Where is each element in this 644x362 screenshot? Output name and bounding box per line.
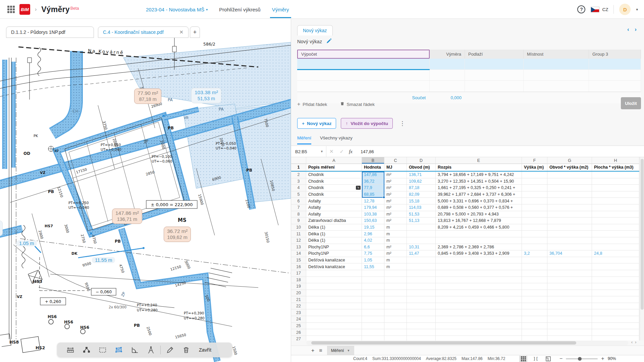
sheet-cell[interactable]: 114,03	[407, 204, 436, 211]
sheet-cell[interactable]	[592, 231, 639, 237]
zoom-slider[interactable]	[566, 358, 598, 359]
hscroll-arrows[interactable]: ‹ ›	[631, 340, 637, 345]
sheet-cell[interactable]	[436, 270, 522, 277]
sheet-cell[interactable]	[547, 270, 592, 277]
corner-cell[interactable]	[291, 157, 306, 164]
sheet-cell[interactable]: m	[384, 231, 407, 237]
column-header-B[interactable]: B	[362, 157, 384, 164]
sheet-cell[interactable]	[407, 303, 436, 310]
sheet-cell[interactable]	[592, 198, 639, 204]
sheet-cell[interactable]	[592, 178, 639, 185]
column-header-E[interactable]: E	[436, 157, 522, 164]
sheet-cell[interactable]	[592, 185, 639, 191]
sheet-cell[interactable]: 19,15	[362, 224, 384, 231]
sheet-cell[interactable]	[362, 316, 384, 323]
sheet-cell[interactable]: 109,62	[407, 178, 436, 185]
nav-vymery[interactable]: Výměry	[272, 7, 289, 12]
zoom-out-icon[interactable]: −	[559, 356, 562, 362]
row-number[interactable]: 18	[291, 277, 306, 284]
sheet-cell[interactable]	[547, 296, 592, 303]
sheet-cell[interactable]: 5,000 + 3,331 + 0,696 + 0,370 + 0,834 +	[436, 198, 522, 204]
sheet-cell[interactable]	[306, 270, 362, 277]
sheet-cell[interactable]	[522, 316, 547, 323]
sheet-cell[interactable]	[522, 309, 547, 316]
trash-icon[interactable]	[178, 343, 194, 357]
row-number[interactable]: 24	[291, 316, 306, 323]
tab-pudorys-1np[interactable]: D.1.1.2 - Půdorys 1NP.pdf	[6, 26, 94, 38]
sheet-cell[interactable]	[384, 290, 407, 297]
nav-drawings[interactable]: Prohlížení výkresů	[219, 7, 260, 12]
sheet-cell[interactable]	[436, 290, 522, 297]
sheet-cell[interactable]: m²	[384, 218, 407, 224]
sheet-cell[interactable]	[522, 211, 547, 218]
sheet-cell[interactable]: Plochy1NP	[306, 244, 362, 251]
save-button[interactable]: Uložit	[621, 97, 641, 109]
sheet-cell[interactable]	[592, 257, 639, 264]
sheet-cell[interactable]	[592, 172, 639, 178]
sheet-cell[interactable]	[436, 277, 522, 284]
sheet-cell[interactable]	[436, 296, 522, 303]
sheet-cell[interactable]	[306, 283, 362, 290]
sheet-cell[interactable]: 4,02	[362, 237, 384, 244]
sheet-cell[interactable]	[547, 303, 592, 310]
tab-vsechny-vykazy[interactable]: Všechny výkazy	[320, 135, 353, 144]
sheet-cell[interactable]	[547, 283, 592, 290]
sheet-cell[interactable]	[306, 303, 362, 310]
sheet-cell[interactable]	[522, 263, 547, 270]
sheet-cell[interactable]	[436, 323, 522, 329]
sheet-cell[interactable]: 8,209 + 4,216 + 0,459 + 0,466 + 5,800	[436, 224, 522, 231]
grid-col-vypocet[interactable]: Výpočet	[297, 50, 430, 59]
sheet-cell[interactable]	[522, 257, 547, 264]
language-switch[interactable]: CZ	[591, 7, 608, 12]
sheet-cell[interactable]	[407, 257, 436, 264]
row-number[interactable]: 22	[291, 303, 306, 310]
sheet-cell[interactable]: 3,794 + 18,656 + 17,149 + 9,751 + 4,242	[436, 172, 522, 178]
sheet-cell[interactable]	[592, 277, 639, 284]
header-cell[interactable]: Výška (m)	[522, 164, 547, 171]
sheet-cell[interactable]: m²	[384, 211, 407, 218]
column-header-F[interactable]: F	[522, 157, 547, 164]
measurement-bubble[interactable]: 36.72 m²109,62 m	[164, 227, 191, 242]
bim-logo[interactable]: BiM	[19, 4, 30, 15]
row-number[interactable]: 9	[291, 218, 306, 224]
sheet-cell[interactable]	[436, 237, 522, 244]
sheet-cell[interactable]	[362, 323, 384, 329]
sheet-cell[interactable]: m²	[384, 198, 407, 204]
sheet-cell[interactable]: 103,38	[362, 211, 384, 218]
sheet-cell[interactable]	[547, 204, 592, 211]
sheet-cell[interactable]: 87,18	[407, 185, 436, 191]
sheet-cell[interactable]	[522, 204, 547, 211]
sheet-cell[interactable]: m	[384, 237, 407, 244]
draw-pencil-icon[interactable]	[162, 343, 178, 357]
sheet-cell[interactable]	[592, 204, 639, 211]
sheet-cell[interactable]	[547, 323, 592, 329]
sheet-cell[interactable]	[384, 323, 407, 329]
row-number[interactable]: 27	[291, 336, 306, 341]
sheet-cell[interactable]	[592, 309, 639, 316]
sheet-cell[interactable]: 179,94	[362, 204, 384, 211]
add-sheet-icon[interactable]: +	[311, 348, 314, 354]
sheet-cell[interactable]: Asfalty	[306, 198, 362, 204]
sheet-cell[interactable]: 82,09	[407, 191, 436, 198]
sheet-cell[interactable]	[522, 191, 547, 198]
sheet-cell[interactable]	[436, 303, 522, 310]
sheet-cell[interactable]	[592, 270, 639, 277]
sheet-cell[interactable]	[384, 336, 407, 341]
sheet-cell[interactable]: Chodník	[306, 172, 362, 178]
sheet-cell[interactable]	[436, 257, 522, 264]
sheet-cell[interactable]	[592, 283, 639, 290]
sheet-cell[interactable]	[384, 296, 407, 303]
sheet-cell[interactable]: 51,13	[407, 218, 436, 224]
drawing-canvas[interactable]: ± 0,000 = 222,900+ 0,260− 0,060 586/2Na …	[0, 38, 291, 362]
sheet-cell[interactable]	[407, 277, 436, 284]
sheet-cell[interactable]	[436, 336, 522, 341]
sheet-cell[interactable]: 10,31	[407, 244, 436, 251]
panel-collapse-chevrons[interactable]: ‹ ›	[627, 26, 639, 33]
measure-ruler-icon[interactable]	[62, 343, 78, 357]
sheet-cell[interactable]: 150,63	[362, 218, 384, 224]
sheet-cell[interactable]: Asfalty	[306, 211, 362, 218]
sheet-cell[interactable]: 2,369 + 2,786 + 2,369 + 2,786	[436, 244, 522, 251]
app-grid-icon[interactable]	[7, 6, 15, 13]
sheet-cell[interactable]: m²	[384, 191, 407, 198]
sheet-cell[interactable]	[547, 218, 592, 224]
